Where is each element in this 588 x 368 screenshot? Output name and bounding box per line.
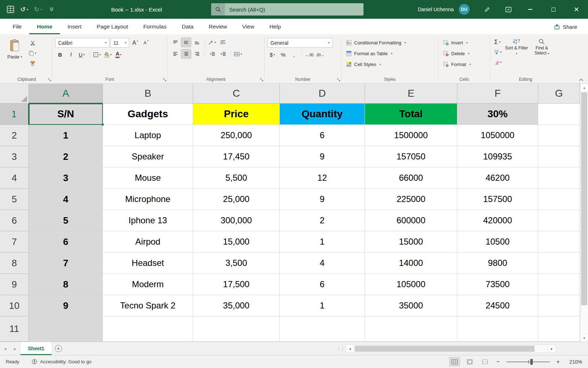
row-header-9[interactable]: 9 [0,274,29,295]
cell-C11[interactable] [193,316,280,342]
row-header-6[interactable]: 6 [0,210,29,231]
align-right-button[interactable] [192,49,202,58]
cell-E9[interactable]: 105000 [365,274,457,295]
cell-B5[interactable]: Microphone [103,189,193,210]
cell-F6[interactable]: 420000 [457,210,538,231]
close-button[interactable]: × [565,0,588,19]
cell-B2[interactable]: Laptop [103,125,193,146]
maximize-button[interactable] [542,0,565,19]
borders-button[interactable]: ▾ [92,50,102,59]
row-header-1[interactable]: 1 [0,104,29,125]
accessibility-status[interactable]: Accessibility: Good to go [32,359,91,364]
column-header-F[interactable]: F [457,84,538,104]
row-header-5[interactable]: 5 [0,189,29,210]
cell-E8[interactable]: 14000 [365,253,457,274]
align-bottom-button[interactable] [192,38,202,47]
ribbon-display-options-button[interactable] [498,3,519,16]
cell-C6[interactable]: 300,000 [193,210,280,231]
cell-styles-button[interactable]: Cell Styles▾ [344,60,435,69]
decrease-font-size-button[interactable]: A▾ [141,38,151,47]
cut-button[interactable] [27,39,38,47]
minimize-button[interactable] [519,0,542,19]
format-cells-button[interactable]: Format▾ [441,60,487,69]
row-header-4[interactable]: 4 [0,167,29,189]
autosum-button[interactable]: Σ▾ [493,38,503,47]
cell-C10[interactable]: 35,000 [193,295,280,316]
align-middle-button[interactable] [181,38,191,47]
cell-F2[interactable]: 1050000 [457,125,538,146]
cell-A2[interactable]: 1 [29,125,103,146]
number-dialog-launcher[interactable] [337,78,340,82]
wrap-text-button[interactable] [218,38,228,47]
zoom-out-button[interactable]: − [495,358,502,365]
cell-G10[interactable] [538,295,580,316]
cell-E7[interactable]: 15000 [365,231,457,253]
horizontal-scroll-thumb[interactable] [355,346,535,352]
cell-B8[interactable]: Headset [103,253,193,274]
new-sheet-button[interactable]: + [52,342,65,355]
column-header-B[interactable]: B [103,84,193,104]
column-header-A[interactable]: A [29,84,103,104]
tab-data[interactable]: Data [174,19,201,34]
zoom-level[interactable]: 210% [566,359,582,365]
align-top-button[interactable] [170,38,180,47]
cell-B1[interactable]: Gadgets [103,104,193,125]
cell-A3[interactable]: 2 [29,146,103,167]
cell-F9[interactable]: 73500 [457,274,538,295]
clipboard-dialog-launcher[interactable] [48,78,51,82]
cell-C1[interactable]: Price [193,104,280,125]
cell-B10[interactable]: Tecno Spark 2 [103,295,193,316]
cell-F11[interactable] [457,316,538,342]
cell-G1[interactable] [538,104,580,125]
comma-style-button[interactable]: , [289,50,299,59]
scrollbar-splitter[interactable]: ⋮⋮ [336,342,344,355]
sheet-nav-right-button[interactable]: ▸ [10,342,20,355]
orientation-button[interactable]: ▾ [207,38,217,47]
select-all-button[interactable] [0,84,29,104]
cell-D11[interactable] [280,316,365,342]
format-as-table-button[interactable]: Format as Table▾ [344,49,435,58]
cell-G7[interactable] [538,231,580,253]
share-button[interactable]: Share [550,21,582,32]
font-name-combobox[interactable]: Calibri▾ [55,38,109,48]
cell-C7[interactable]: 15,000 [193,231,280,253]
alignment-dialog-launcher[interactable] [260,78,263,82]
cell-C9[interactable]: 17,500 [193,274,280,295]
cell-G3[interactable] [538,146,580,167]
cell-F4[interactable]: 46200 [457,167,538,189]
tab-view[interactable]: View [235,19,262,34]
number-format-combobox[interactable]: General▾ [267,38,332,48]
decrease-decimal-button[interactable]: .00→ [315,50,325,59]
cell-D10[interactable]: 1 [280,295,365,316]
cell-F5[interactable]: 157500 [457,189,538,210]
cell-F10[interactable]: 24500 [457,295,538,316]
tab-formulas[interactable]: Formulas [136,19,174,34]
align-left-button[interactable] [170,49,180,58]
increase-indent-button[interactable] [218,49,228,58]
undo-dropdown-icon[interactable]: ▾ [27,8,28,11]
decrease-indent-button[interactable] [207,49,217,58]
horizontal-scrollbar[interactable]: ◂ ▸ [346,344,556,353]
cell-G4[interactable] [538,167,580,189]
percent-style-button[interactable]: % [278,50,288,59]
cell-D5[interactable]: 9 [280,189,365,210]
cell-C3[interactable]: 17,450 [193,146,280,167]
cell-D6[interactable]: 2 [280,210,365,231]
align-center-button[interactable] [181,49,191,58]
redo-dropdown-icon[interactable]: ▾ [40,8,42,11]
zoom-slider-thumb[interactable] [530,359,533,365]
cell-B11[interactable] [103,316,193,342]
cell-E5[interactable]: 225000 [365,189,457,210]
cell-E11[interactable] [365,316,457,342]
cell-E2[interactable]: 1500000 [365,125,457,146]
cell-A8[interactable]: 7 [29,253,103,274]
column-header-C[interactable]: C [193,84,280,104]
sheet-tab-sheet1[interactable]: Sheet1 [20,342,52,355]
cell-A5[interactable]: 4 [29,189,103,210]
inking-button[interactable] [477,3,498,16]
user-name[interactable]: Daniel Uchenna [418,6,454,12]
sort-filter-button[interactable]: Sort & Filter ▾ [505,38,528,75]
cell-A11[interactable] [29,316,103,342]
cell-E3[interactable]: 157050 [365,146,457,167]
cell-F3[interactable]: 109935 [457,146,538,167]
